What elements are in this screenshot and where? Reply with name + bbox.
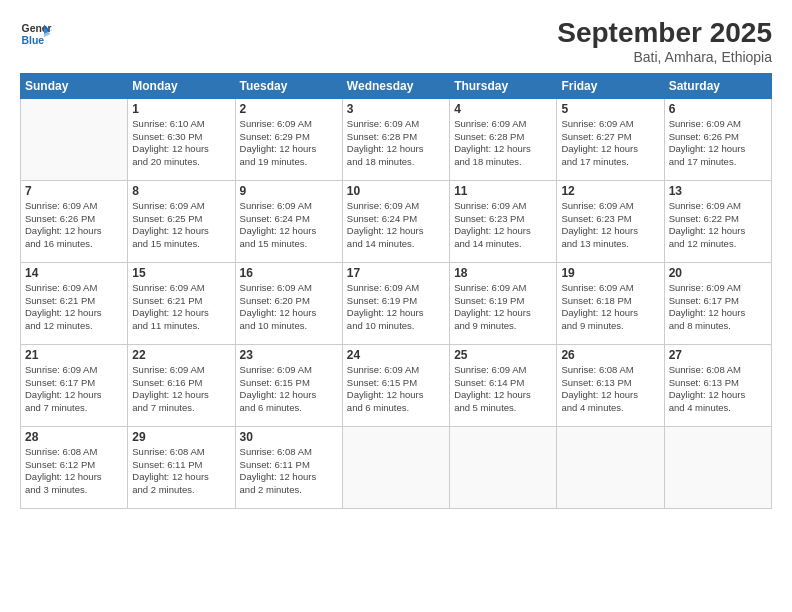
table-row: 22Sunrise: 6:09 AM Sunset: 6:16 PM Dayli…: [128, 344, 235, 426]
calendar-week-row: 1Sunrise: 6:10 AM Sunset: 6:30 PM Daylig…: [21, 98, 772, 180]
day-detail: Sunrise: 6:09 AM Sunset: 6:24 PM Dayligh…: [347, 200, 445, 251]
col-saturday: Saturday: [664, 73, 771, 98]
day-number: 16: [240, 266, 338, 280]
table-row: 19Sunrise: 6:09 AM Sunset: 6:18 PM Dayli…: [557, 262, 664, 344]
day-detail: Sunrise: 6:09 AM Sunset: 6:28 PM Dayligh…: [454, 118, 552, 169]
col-friday: Friday: [557, 73, 664, 98]
day-number: 17: [347, 266, 445, 280]
day-number: 13: [669, 184, 767, 198]
day-number: 12: [561, 184, 659, 198]
calendar-header-row: Sunday Monday Tuesday Wednesday Thursday…: [21, 73, 772, 98]
table-row: 27Sunrise: 6:08 AM Sunset: 6:13 PM Dayli…: [664, 344, 771, 426]
day-detail: Sunrise: 6:09 AM Sunset: 6:25 PM Dayligh…: [132, 200, 230, 251]
day-detail: Sunrise: 6:09 AM Sunset: 6:21 PM Dayligh…: [132, 282, 230, 333]
day-number: 8: [132, 184, 230, 198]
day-detail: Sunrise: 6:09 AM Sunset: 6:27 PM Dayligh…: [561, 118, 659, 169]
table-row: 9Sunrise: 6:09 AM Sunset: 6:24 PM Daylig…: [235, 180, 342, 262]
day-number: 4: [454, 102, 552, 116]
day-number: 18: [454, 266, 552, 280]
day-number: 5: [561, 102, 659, 116]
table-row: [557, 426, 664, 508]
table-row: 13Sunrise: 6:09 AM Sunset: 6:22 PM Dayli…: [664, 180, 771, 262]
day-detail: Sunrise: 6:09 AM Sunset: 6:23 PM Dayligh…: [454, 200, 552, 251]
table-row: 18Sunrise: 6:09 AM Sunset: 6:19 PM Dayli…: [450, 262, 557, 344]
table-row: 23Sunrise: 6:09 AM Sunset: 6:15 PM Dayli…: [235, 344, 342, 426]
table-row: 7Sunrise: 6:09 AM Sunset: 6:26 PM Daylig…: [21, 180, 128, 262]
table-row: [21, 98, 128, 180]
day-number: 6: [669, 102, 767, 116]
day-number: 7: [25, 184, 123, 198]
table-row: 4Sunrise: 6:09 AM Sunset: 6:28 PM Daylig…: [450, 98, 557, 180]
table-row: 11Sunrise: 6:09 AM Sunset: 6:23 PM Dayli…: [450, 180, 557, 262]
table-row: 28Sunrise: 6:08 AM Sunset: 6:12 PM Dayli…: [21, 426, 128, 508]
day-number: 29: [132, 430, 230, 444]
day-detail: Sunrise: 6:09 AM Sunset: 6:26 PM Dayligh…: [25, 200, 123, 251]
day-detail: Sunrise: 6:09 AM Sunset: 6:15 PM Dayligh…: [240, 364, 338, 415]
month-title: September 2025: [557, 18, 772, 49]
table-row: 29Sunrise: 6:08 AM Sunset: 6:11 PM Dayli…: [128, 426, 235, 508]
location: Bati, Amhara, Ethiopia: [557, 49, 772, 65]
day-detail: Sunrise: 6:09 AM Sunset: 6:29 PM Dayligh…: [240, 118, 338, 169]
day-detail: Sunrise: 6:10 AM Sunset: 6:30 PM Dayligh…: [132, 118, 230, 169]
day-detail: Sunrise: 6:08 AM Sunset: 6:12 PM Dayligh…: [25, 446, 123, 497]
table-row: 30Sunrise: 6:08 AM Sunset: 6:11 PM Dayli…: [235, 426, 342, 508]
day-detail: Sunrise: 6:09 AM Sunset: 6:17 PM Dayligh…: [25, 364, 123, 415]
day-number: 27: [669, 348, 767, 362]
day-detail: Sunrise: 6:09 AM Sunset: 6:14 PM Dayligh…: [454, 364, 552, 415]
day-detail: Sunrise: 6:08 AM Sunset: 6:11 PM Dayligh…: [132, 446, 230, 497]
logo: General Blue: [20, 18, 52, 50]
table-row: 21Sunrise: 6:09 AM Sunset: 6:17 PM Dayli…: [21, 344, 128, 426]
table-row: 5Sunrise: 6:09 AM Sunset: 6:27 PM Daylig…: [557, 98, 664, 180]
day-number: 1: [132, 102, 230, 116]
day-detail: Sunrise: 6:09 AM Sunset: 6:18 PM Dayligh…: [561, 282, 659, 333]
table-row: 8Sunrise: 6:09 AM Sunset: 6:25 PM Daylig…: [128, 180, 235, 262]
day-number: 21: [25, 348, 123, 362]
day-detail: Sunrise: 6:09 AM Sunset: 6:21 PM Dayligh…: [25, 282, 123, 333]
calendar-week-row: 7Sunrise: 6:09 AM Sunset: 6:26 PM Daylig…: [21, 180, 772, 262]
table-row: 16Sunrise: 6:09 AM Sunset: 6:20 PM Dayli…: [235, 262, 342, 344]
day-detail: Sunrise: 6:09 AM Sunset: 6:19 PM Dayligh…: [347, 282, 445, 333]
logo-icon: General Blue: [20, 18, 52, 50]
table-row: 24Sunrise: 6:09 AM Sunset: 6:15 PM Dayli…: [342, 344, 449, 426]
day-number: 25: [454, 348, 552, 362]
table-row: 1Sunrise: 6:10 AM Sunset: 6:30 PM Daylig…: [128, 98, 235, 180]
day-number: 11: [454, 184, 552, 198]
title-block: September 2025 Bati, Amhara, Ethiopia: [557, 18, 772, 65]
calendar-week-row: 28Sunrise: 6:08 AM Sunset: 6:12 PM Dayli…: [21, 426, 772, 508]
day-number: 2: [240, 102, 338, 116]
col-monday: Monday: [128, 73, 235, 98]
day-number: 24: [347, 348, 445, 362]
day-number: 15: [132, 266, 230, 280]
calendar-week-row: 21Sunrise: 6:09 AM Sunset: 6:17 PM Dayli…: [21, 344, 772, 426]
table-row: 15Sunrise: 6:09 AM Sunset: 6:21 PM Dayli…: [128, 262, 235, 344]
table-row: 20Sunrise: 6:09 AM Sunset: 6:17 PM Dayli…: [664, 262, 771, 344]
table-row: 25Sunrise: 6:09 AM Sunset: 6:14 PM Dayli…: [450, 344, 557, 426]
day-detail: Sunrise: 6:09 AM Sunset: 6:23 PM Dayligh…: [561, 200, 659, 251]
table-row: 10Sunrise: 6:09 AM Sunset: 6:24 PM Dayli…: [342, 180, 449, 262]
day-detail: Sunrise: 6:09 AM Sunset: 6:24 PM Dayligh…: [240, 200, 338, 251]
table-row: [664, 426, 771, 508]
day-detail: Sunrise: 6:08 AM Sunset: 6:11 PM Dayligh…: [240, 446, 338, 497]
col-tuesday: Tuesday: [235, 73, 342, 98]
day-number: 22: [132, 348, 230, 362]
day-number: 14: [25, 266, 123, 280]
day-detail: Sunrise: 6:08 AM Sunset: 6:13 PM Dayligh…: [561, 364, 659, 415]
calendar-week-row: 14Sunrise: 6:09 AM Sunset: 6:21 PM Dayli…: [21, 262, 772, 344]
day-number: 19: [561, 266, 659, 280]
day-detail: Sunrise: 6:09 AM Sunset: 6:16 PM Dayligh…: [132, 364, 230, 415]
day-number: 9: [240, 184, 338, 198]
table-row: 26Sunrise: 6:08 AM Sunset: 6:13 PM Dayli…: [557, 344, 664, 426]
table-row: 2Sunrise: 6:09 AM Sunset: 6:29 PM Daylig…: [235, 98, 342, 180]
day-number: 23: [240, 348, 338, 362]
day-detail: Sunrise: 6:09 AM Sunset: 6:20 PM Dayligh…: [240, 282, 338, 333]
day-number: 20: [669, 266, 767, 280]
table-row: 6Sunrise: 6:09 AM Sunset: 6:26 PM Daylig…: [664, 98, 771, 180]
day-number: 3: [347, 102, 445, 116]
day-detail: Sunrise: 6:09 AM Sunset: 6:26 PM Dayligh…: [669, 118, 767, 169]
calendar: Sunday Monday Tuesday Wednesday Thursday…: [20, 73, 772, 509]
col-wednesday: Wednesday: [342, 73, 449, 98]
table-row: 12Sunrise: 6:09 AM Sunset: 6:23 PM Dayli…: [557, 180, 664, 262]
day-number: 28: [25, 430, 123, 444]
header: General Blue September 2025 Bati, Amhara…: [20, 18, 772, 65]
day-detail: Sunrise: 6:09 AM Sunset: 6:22 PM Dayligh…: [669, 200, 767, 251]
